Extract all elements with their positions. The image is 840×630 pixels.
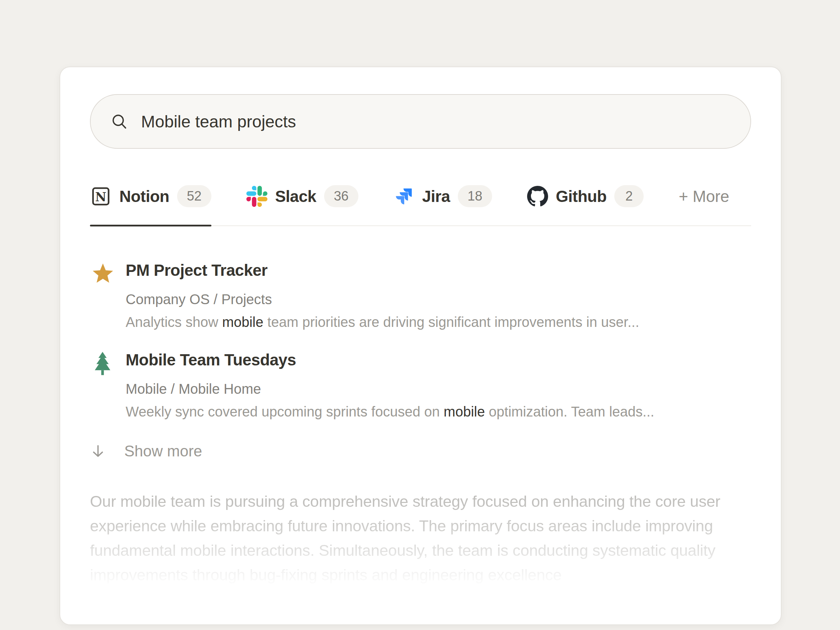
tab-label: Jira — [422, 187, 450, 206]
arrow-down-icon — [90, 443, 106, 459]
show-more-label: Show more — [124, 442, 202, 460]
result-item[interactable]: Mobile Team Tuesdays Mobile / Mobile Hom… — [90, 350, 751, 420]
result-breadcrumb: Company OS / Projects — [126, 291, 751, 307]
snippet-highlight: mobile — [222, 314, 264, 330]
tab-github[interactable]: Github 2 — [527, 185, 644, 226]
result-snippet: Weekly sync covered upcoming sprints foc… — [126, 403, 751, 420]
tab-jira[interactable]: Jira 18 — [393, 185, 492, 226]
tab-more[interactable]: + More — [679, 187, 729, 224]
search-results-card: N Notion 52 Slack 36 — [60, 66, 782, 625]
result-snippet: Analytics show mobile team priorities ar… — [126, 314, 751, 330]
search-input[interactable] — [141, 112, 731, 131]
results-list: PM Project Tracker Company OS / Projects… — [90, 261, 751, 587]
search-bar[interactable] — [90, 94, 751, 149]
tab-notion[interactable]: N Notion 52 — [90, 185, 212, 226]
snippet-highlight: mobile — [444, 404, 485, 419]
svg-text:N: N — [95, 189, 106, 204]
tab-count-badge: 2 — [614, 185, 644, 207]
result-item[interactable]: PM Project Tracker Company OS / Projects… — [90, 261, 751, 330]
tab-label: Notion — [119, 187, 169, 206]
show-more-button[interactable]: Show more — [90, 442, 751, 460]
tab-label: Github — [556, 187, 606, 206]
github-icon — [527, 186, 548, 207]
result-breadcrumb: Mobile / Mobile Home — [126, 381, 751, 397]
evergreen-tree-icon — [93, 351, 117, 377]
search-icon — [110, 112, 128, 131]
tab-count-badge: 52 — [177, 185, 212, 207]
jira-icon — [393, 186, 414, 207]
tab-slack[interactable]: Slack 36 — [246, 185, 358, 226]
result-title[interactable]: PM Project Tracker — [126, 261, 751, 280]
star-icon — [90, 261, 117, 287]
tab-label: Slack — [275, 187, 316, 206]
source-tabs: N Notion 52 Slack 36 — [90, 185, 751, 226]
slack-icon — [246, 186, 267, 207]
tab-count-badge: 36 — [324, 185, 358, 207]
tab-count-badge: 18 — [458, 185, 492, 207]
notion-icon: N — [90, 185, 112, 207]
summary-paragraph: Our mobile team is pursuing a comprehens… — [90, 489, 751, 587]
result-title[interactable]: Mobile Team Tuesdays — [126, 350, 751, 369]
